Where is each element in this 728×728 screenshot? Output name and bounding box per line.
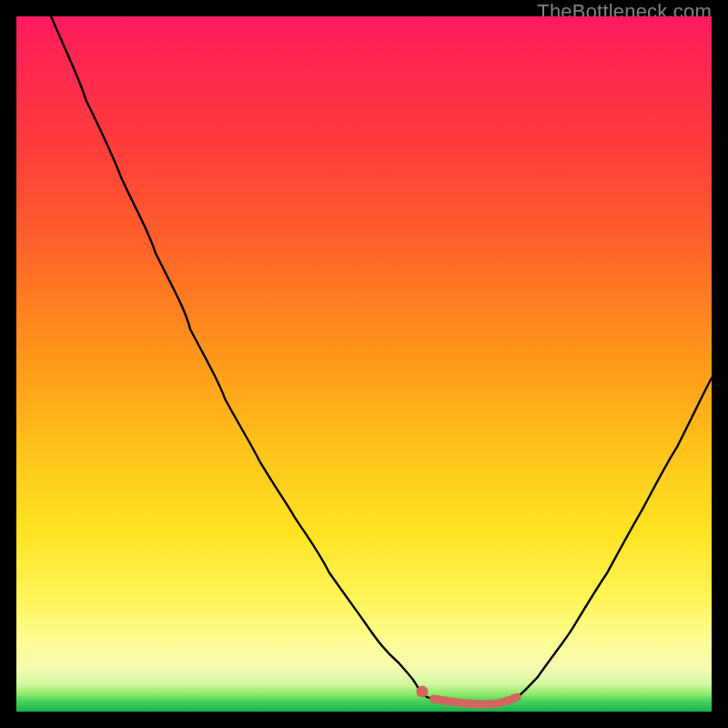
trough-marker: [417, 686, 429, 698]
bottleneck-curve: [51, 16, 712, 705]
trough-highlight: [433, 697, 517, 704]
plot-area: [16, 16, 712, 712]
bottleneck-curve-svg: [16, 16, 712, 712]
chart-frame: TheBottleneck.com: [0, 0, 728, 728]
